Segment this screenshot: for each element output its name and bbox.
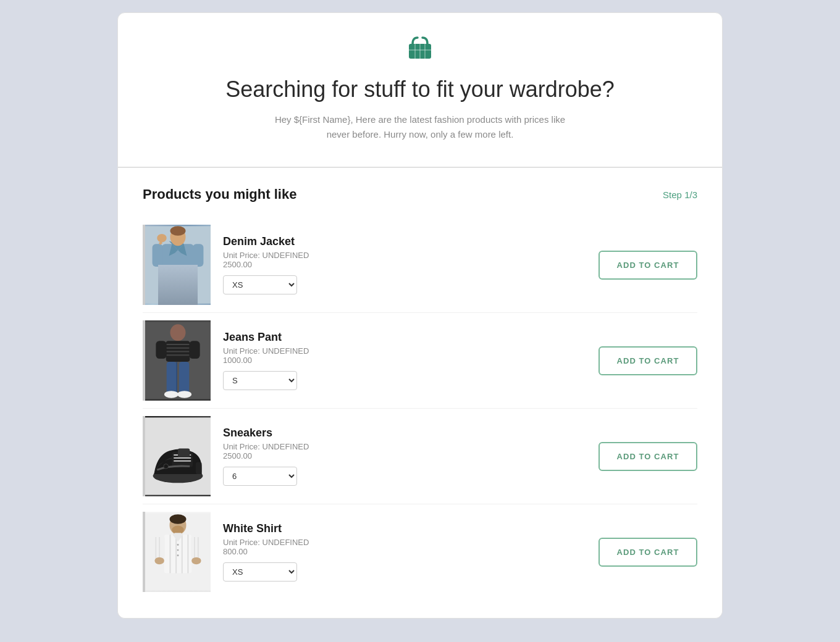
header-section: Searching for stuff to fit your wardrobe… [117, 12, 723, 167]
svg-rect-12 [153, 244, 163, 267]
header-subtitle: Hey ${First Name}, Here are the latest f… [266, 112, 574, 142]
product-item-sneakers: Sneakers Unit Price: UNDEFINED2500.00 5 … [143, 409, 697, 504]
product-image-sneakers [143, 416, 211, 496]
product-info-white-shirt: White Shirt Unit Price: UNDEFINED800.00 … [223, 522, 598, 582]
svg-rect-26 [189, 341, 200, 359]
product-name-sneakers: Sneakers [223, 427, 586, 440]
svg-point-30 [164, 391, 178, 398]
step-indicator: Step 1/3 [663, 190, 697, 200]
svg-point-53 [177, 555, 179, 557]
svg-point-16 [157, 234, 166, 242]
product-name-jeans-pant: Jeans Pant [223, 331, 586, 344]
svg-rect-38 [178, 449, 190, 457]
svg-rect-57 [191, 535, 202, 559]
product-image-white-shirt [143, 512, 211, 592]
size-select-white-shirt[interactable]: XS S M L XL [223, 562, 297, 582]
header-title: Searching for stuff to fit your wardrobe… [143, 76, 697, 102]
svg-rect-28 [179, 362, 189, 394]
add-to-cart-button-denim-jacket[interactable]: ADD TO CART [598, 251, 697, 280]
svg-point-51 [177, 544, 179, 546]
add-to-cart-button-white-shirt[interactable]: ADD TO CART [598, 538, 697, 567]
add-to-cart-button-jeans-pant[interactable]: ADD TO CART [598, 346, 697, 375]
page-wrapper: Searching for stuff to fit your wardrobe… [117, 12, 723, 619]
product-price-jeans-pant: Unit Price: UNDEFINED1000.00 [223, 346, 586, 365]
products-title: Products you might like [143, 186, 296, 202]
product-name-denim-jacket: Denim Jacket [223, 235, 586, 248]
size-select-jeans-pant[interactable]: XS S M L XL [223, 371, 297, 390]
product-info-denim-jacket: Denim Jacket Unit Price: UNDEFINED2500.0… [223, 235, 598, 294]
svg-rect-13 [193, 244, 203, 267]
products-section: Products you might like Step 1/3 [117, 168, 723, 619]
product-image-jeans-pant [143, 320, 211, 401]
product-item-jeans-pant: Jeans Pant Unit Price: UNDEFINED1000.00 … [143, 313, 697, 409]
svg-rect-27 [167, 362, 177, 394]
size-select-denim-jacket[interactable]: XS S M L XL [223, 275, 297, 294]
svg-point-60 [154, 557, 164, 565]
svg-point-52 [177, 549, 179, 551]
svg-point-61 [191, 557, 201, 565]
svg-rect-25 [156, 341, 166, 359]
add-to-cart-button-sneakers[interactable]: ADD TO CART [598, 442, 697, 471]
svg-point-40 [164, 464, 169, 469]
svg-point-44 [170, 514, 187, 523]
svg-rect-6 [169, 271, 177, 298]
product-image-denim-jacket [143, 225, 211, 305]
basket-icon [404, 31, 436, 64]
product-price-denim-jacket: Unit Price: UNDEFINED2500.00 [223, 251, 586, 269]
product-name-white-shirt: White Shirt [223, 522, 586, 535]
svg-line-17 [159, 243, 162, 244]
product-info-sneakers: Sneakers Unit Price: UNDEFINED2500.00 5 … [223, 427, 598, 486]
svg-point-31 [177, 391, 191, 398]
svg-point-43 [172, 526, 183, 534]
svg-point-15 [170, 227, 185, 236]
product-info-jeans-pant: Jeans Pant Unit Price: UNDEFINED1000.00 … [223, 331, 598, 390]
svg-rect-39 [196, 462, 202, 474]
product-item-white-shirt: White Shirt Unit Price: UNDEFINED800.00 … [143, 504, 697, 599]
svg-rect-7 [180, 271, 187, 298]
svg-point-19 [170, 324, 185, 341]
size-select-sneakers[interactable]: 5 6 7 8 9 10 [223, 467, 297, 486]
product-price-white-shirt: Unit Price: UNDEFINED800.00 [223, 538, 586, 556]
products-header: Products you might like Step 1/3 [143, 186, 697, 202]
product-price-sneakers: Unit Price: UNDEFINED2500.00 [223, 442, 586, 461]
product-item-denim-jacket: Denim Jacket Unit Price: UNDEFINED2500.0… [143, 217, 697, 313]
